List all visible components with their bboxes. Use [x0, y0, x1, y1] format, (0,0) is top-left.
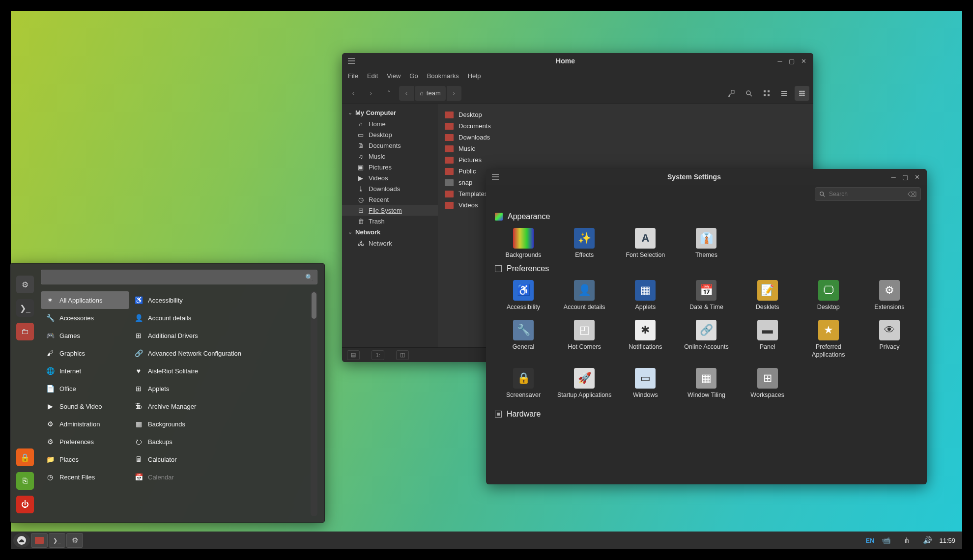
side-videos[interactable]: ▶Videos	[342, 172, 438, 183]
tile-general[interactable]: 🔧General	[495, 320, 552, 359]
tile-window-tiling[interactable]: ▦Window Tiling	[678, 368, 735, 399]
menu-view[interactable]: View	[387, 72, 401, 80]
tile-backgrounds[interactable]: Backgrounds	[495, 228, 552, 259]
side-trash[interactable]: 🗑Trash	[342, 216, 438, 226]
menu-go[interactable]: Go	[409, 72, 418, 80]
tile-applets[interactable]: ▦Applets	[617, 280, 674, 311]
taskbar-files-button[interactable]	[31, 533, 48, 548]
rail-terminal-button[interactable]: ❯_	[16, 299, 34, 317]
tile-font[interactable]: AFont Selection	[617, 228, 674, 259]
side-home[interactable]: ⌂Home	[342, 118, 438, 129]
tile-panel[interactable]: ▬Panel	[739, 320, 796, 359]
fm-titlebar[interactable]: Home ─ ▢ ✕	[342, 53, 813, 69]
folder-item[interactable]: Pictures	[445, 154, 806, 166]
view-compact-button[interactable]	[795, 86, 809, 101]
menu-app[interactable]: 🔗Advanced Network Configuration	[129, 344, 309, 362]
maximize-button[interactable]: ▢	[899, 171, 911, 183]
menu-app[interactable]: ♥AisleRiot Solitaire	[129, 362, 309, 380]
menu-app[interactable]: 🗜Archive Manager	[129, 397, 309, 415]
menu-category-all-applications[interactable]: ✶All Applications	[41, 291, 129, 309]
rail-settings-button[interactable]: ⚙	[16, 276, 34, 293]
menu-search[interactable]: 🔍	[41, 270, 317, 284]
menu-category-accessories[interactable]: 🔧Accessories	[41, 309, 129, 327]
menu-app[interactable]: ⊞Applets	[129, 380, 309, 397]
tile-screensaver[interactable]: 🔒Screensaver	[495, 368, 552, 399]
tray-volume-icon[interactable]: 🔊	[919, 533, 936, 548]
tile-themes[interactable]: 👔Themes	[678, 228, 735, 259]
side-network[interactable]: 🖧Network	[342, 238, 438, 249]
menu-help[interactable]: Help	[468, 72, 481, 80]
sidebar-section-computer[interactable]: My Computer	[342, 107, 438, 118]
taskbar-terminal-button[interactable]: ❯_	[49, 533, 65, 548]
side-filesystem[interactable]: ⊟File System	[342, 205, 438, 216]
clear-icon[interactable]: ⌫	[908, 191, 916, 198]
tile-account-details[interactable]: 👤Account details	[556, 280, 613, 311]
tray-network-icon[interactable]: ⋔	[898, 533, 915, 548]
menu-category-graphics[interactable]: 🖌Graphics	[41, 344, 129, 362]
scrollbar-thumb[interactable]	[312, 292, 316, 319]
minimize-button[interactable]: ─	[887, 171, 899, 183]
menu-app[interactable]: ⭮Backups	[129, 433, 309, 450]
settings-menu-icon[interactable]	[490, 171, 501, 182]
menu-category-administration[interactable]: ⚙Administration	[41, 415, 129, 433]
menu-search-input[interactable]	[45, 274, 305, 281]
menu-scrollbar[interactable]	[311, 291, 317, 516]
rail-logout-button[interactable]: ⎘	[16, 472, 34, 490]
menu-bookmarks[interactable]: Bookmarks	[427, 72, 459, 80]
sb-zoom-icon[interactable]: 1:	[372, 350, 384, 360]
tile-accessibility[interactable]: ♿Accessibility	[495, 280, 552, 311]
folder-item[interactable]: Desktop	[445, 109, 806, 120]
close-button[interactable]: ✕	[798, 55, 809, 67]
settings-search[interactable]: ⌫	[815, 187, 921, 201]
menu-app[interactable]: ⊞Additional Drivers	[129, 327, 309, 344]
side-desktop[interactable]: ▭Desktop	[342, 129, 438, 140]
taskbar-settings-button[interactable]: ⚙	[66, 533, 83, 548]
nav-up-button[interactable]: ˄	[381, 86, 396, 101]
tile-privacy[interactable]: 👁Privacy	[861, 320, 918, 359]
side-pictures[interactable]: ▣Pictures	[342, 162, 438, 172]
breadcrumb-prev[interactable]: ‹	[399, 86, 414, 101]
tile-desklets[interactable]: 📝Desklets	[739, 280, 796, 311]
side-recent[interactable]: ◷Recent	[342, 194, 438, 205]
tile-windows[interactable]: ▭Windows	[617, 368, 674, 399]
tile-preferred-applications[interactable]: ★Preferred Applications	[800, 320, 857, 359]
tray-lang[interactable]: EN	[865, 537, 874, 544]
toggle-location-button[interactable]	[724, 86, 739, 101]
minimize-button[interactable]: ─	[774, 55, 786, 67]
sidebar-section-network[interactable]: Network	[342, 226, 438, 238]
menu-file[interactable]: File	[348, 72, 358, 80]
rail-files-button[interactable]: 🗀	[16, 323, 34, 340]
side-documents[interactable]: 🗎Documents	[342, 140, 438, 151]
folder-item[interactable]: Music	[445, 143, 806, 154]
sb-tree-icon[interactable]: ▤	[347, 350, 360, 360]
menu-app[interactable]: 📅Calendar	[129, 468, 309, 486]
tile-online-accounts[interactable]: 🔗Online Accounts	[678, 320, 735, 359]
rail-lock-button[interactable]: 🔒	[16, 448, 34, 466]
nav-forward-button[interactable]: ›	[364, 86, 378, 101]
settings-titlebar[interactable]: System Settings ─ ▢ ✕	[486, 169, 927, 185]
menu-app[interactable]: 🖩Calculator	[129, 450, 309, 468]
menu-app[interactable]: 👤Account details	[129, 309, 309, 327]
sb-show-icon[interactable]: ◫	[396, 350, 409, 360]
tile-notifications[interactable]: ✱Notifications	[617, 320, 674, 359]
menu-category-sound-video[interactable]: ▶Sound & Video	[41, 397, 129, 415]
tile-date-time[interactable]: 📅Date & Time	[678, 280, 735, 311]
tile-extensions[interactable]: ⚙Extensions	[861, 280, 918, 311]
breadcrumb-home[interactable]: ⌂ team	[415, 86, 446, 101]
maximize-button[interactable]: ▢	[786, 55, 798, 67]
settings-search-input[interactable]	[829, 191, 904, 197]
side-music[interactable]: ♫Music	[342, 151, 438, 162]
folder-item[interactable]: Downloads	[445, 132, 806, 143]
view-grid-button[interactable]	[759, 86, 774, 101]
start-button[interactable]	[13, 533, 30, 548]
search-button[interactable]	[742, 86, 756, 101]
side-downloads[interactable]: ⭳Downloads	[342, 183, 438, 194]
tray-clock[interactable]: 11:59	[939, 537, 955, 544]
tile-startup-applications[interactable]: 🚀Startup Applications	[556, 368, 613, 399]
tray-camera-icon[interactable]: 📹	[878, 533, 894, 548]
nav-back-button[interactable]: ‹	[346, 86, 361, 101]
tile-workspaces[interactable]: ⊞Workspaces	[739, 368, 796, 399]
breadcrumb-next[interactable]: ›	[447, 86, 461, 101]
menu-category-games[interactable]: 🎮Games	[41, 327, 129, 344]
menu-category-places[interactable]: 📁Places	[41, 450, 129, 468]
